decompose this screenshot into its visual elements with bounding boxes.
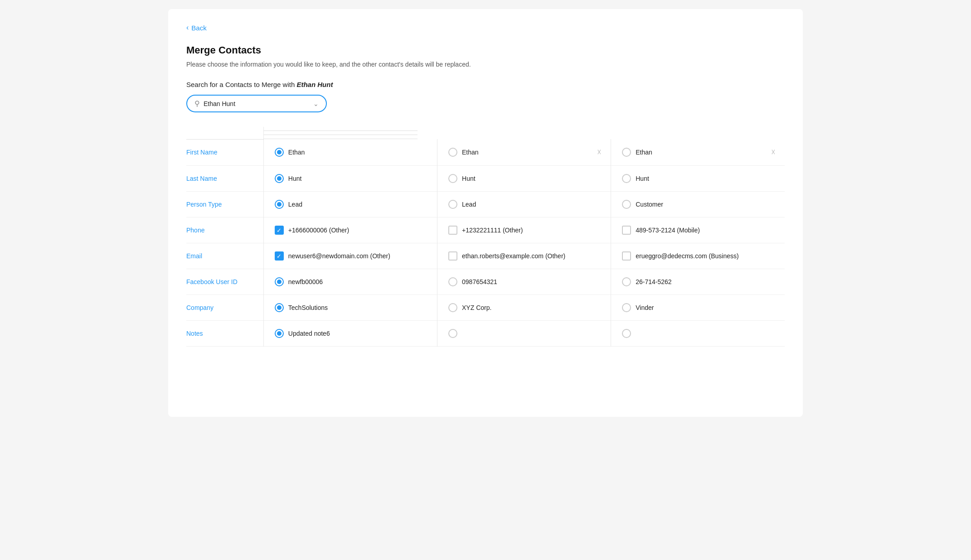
field-row-col2: Hunt: [448, 174, 605, 183]
radio-col2-0[interactable]: [448, 148, 457, 157]
field-label-email: Email: [186, 243, 263, 269]
checkbox-col2-4[interactable]: [448, 251, 457, 261]
table-row: First NameEthanEthan☓Ethan☓: [186, 139, 785, 166]
checkbox-col3-3[interactable]: [622, 226, 631, 235]
field-value-col1-6: TechSolutions: [288, 304, 328, 311]
back-link[interactable]: ‹ Back: [186, 24, 785, 32]
field-value-col2-3: +1232221111 (Other): [462, 227, 523, 234]
radio-col1-6[interactable]: [275, 303, 284, 312]
field-value-col3-0: Ethan: [636, 149, 652, 156]
field-value-col3-3: 489-573-2124 (Mobile): [636, 227, 700, 234]
radio-col1-2[interactable]: [275, 200, 284, 209]
field-value-col3-4: erueggro@dedecms.com (Business): [636, 252, 738, 260]
field-value-col2-5: 0987654321: [462, 278, 497, 285]
field-row-col2: 0987654321: [448, 277, 605, 286]
table-row: NotesUpdated note6: [186, 321, 785, 347]
field-row-col2: [448, 329, 605, 338]
radio-col3-0[interactable]: [622, 148, 631, 157]
field-value-col1-4: newuser6@newdomain.com (Other): [288, 252, 390, 260]
field-row-col2: Ethan☓: [448, 147, 605, 157]
label-col-header: [186, 127, 263, 139]
dropdown-icon[interactable]: ⌄: [313, 100, 319, 107]
close-icon-col2-0[interactable]: ☓: [597, 147, 602, 157]
field-value-col3-2: Customer: [636, 201, 663, 208]
back-label: Back: [191, 24, 206, 32]
field-label-person-type: Person Type: [186, 192, 263, 217]
field-value-col3-1: Hunt: [636, 175, 649, 182]
field-value-col3-6: Vinder: [636, 304, 654, 311]
radio-col3-5[interactable]: [622, 277, 631, 286]
field-value-col1-0: Ethan: [288, 149, 305, 156]
radio-col1-1[interactable]: [275, 174, 284, 183]
table-row: Person TypeLeadLeadCustomer: [186, 192, 785, 217]
radio-col3-1[interactable]: [622, 174, 631, 183]
col3-header: [263, 135, 418, 139]
field-row-col2: ethan.roberts@example.com (Other): [448, 251, 605, 261]
col1-header: [263, 127, 418, 131]
checkbox-col1-3[interactable]: ✓: [275, 226, 284, 235]
radio-col1-5[interactable]: [275, 277, 284, 286]
table-row: Last NameHuntHuntHunt: [186, 166, 785, 192]
field-value-col2-6: XYZ Corp.: [462, 304, 491, 311]
radio-col2-7[interactable]: [448, 329, 457, 338]
radio-col2-6[interactable]: [448, 303, 457, 312]
radio-col3-7[interactable]: [622, 329, 631, 338]
close-icon-col3-0[interactable]: ☓: [771, 147, 776, 157]
field-value-col1-2: Lead: [288, 201, 302, 208]
field-row-col3: 26-714-5262: [622, 277, 779, 286]
field-row-col3: erueggro@dedecms.com (Business): [622, 251, 779, 261]
radio-col3-2[interactable]: [622, 200, 631, 209]
checkbox-col1-4[interactable]: ✓: [275, 251, 284, 261]
field-row-col1: ✓newuser6@newdomain.com (Other): [275, 251, 432, 261]
field-row-col3: Hunt: [622, 174, 779, 183]
field-row-col2: XYZ Corp.: [448, 303, 605, 312]
radio-col2-2[interactable]: [448, 200, 457, 209]
field-value-col1-5: newfb00006: [288, 278, 323, 285]
field-row-col1: Updated note6: [275, 329, 432, 338]
field-row-col1: newfb00006: [275, 277, 432, 286]
back-chevron-icon: ‹: [186, 24, 189, 32]
table-row: Email✓newuser6@newdomain.com (Other)etha…: [186, 243, 785, 269]
field-row-col1: Lead: [275, 200, 432, 209]
search-icon: ⚲: [194, 99, 200, 108]
field-row-col3: 489-573-2124 (Mobile): [622, 226, 779, 235]
radio-col1-7[interactable]: [275, 329, 284, 338]
field-value-col2-4: ethan.roberts@example.com (Other): [462, 252, 565, 260]
checkbox-col2-3[interactable]: [448, 226, 457, 235]
page-subtitle: Please choose the information you would …: [186, 61, 785, 68]
radio-col1-0[interactable]: [275, 148, 284, 157]
field-row-col3: Ethan☓: [622, 147, 779, 157]
page-container: ‹ Back Merge Contacts Please choose the …: [168, 9, 803, 417]
checkbox-col3-4[interactable]: [622, 251, 631, 261]
search-input[interactable]: [204, 100, 313, 107]
search-label: Search for a Contacts to Merge with Etha…: [186, 81, 785, 88]
field-row-col2: Lead: [448, 200, 605, 209]
table-row: CompanyTechSolutionsXYZ Corp.Vinder: [186, 295, 785, 321]
col2-header: [263, 131, 418, 135]
field-row-col2: +1232221111 (Other): [448, 226, 605, 235]
field-label-first-name: First Name: [186, 139, 263, 166]
field-row-col3: Vinder: [622, 303, 779, 312]
field-row-col1: TechSolutions: [275, 303, 432, 312]
field-value-col2-0: Ethan: [462, 149, 479, 156]
field-label-phone: Phone: [186, 217, 263, 243]
field-row-col1: Ethan: [275, 148, 432, 157]
merge-table: First NameEthanEthan☓Ethan☓Last NameHunt…: [186, 127, 785, 347]
field-value-col2-2: Lead: [462, 201, 476, 208]
field-value-col1-3: +1666000006 (Other): [288, 227, 349, 234]
page-title: Merge Contacts: [186, 44, 785, 56]
field-label-company: Company: [186, 295, 263, 321]
radio-col2-5[interactable]: [448, 277, 457, 286]
field-row-col3: Customer: [622, 200, 779, 209]
radio-col3-6[interactable]: [622, 303, 631, 312]
radio-col2-1[interactable]: [448, 174, 457, 183]
field-label-notes: Notes: [186, 321, 263, 347]
field-row-col1: ✓+1666000006 (Other): [275, 226, 432, 235]
field-value-col1-7: Updated note6: [288, 330, 330, 337]
search-contact-name: Ethan Hunt: [296, 81, 333, 88]
search-box[interactable]: ⚲ ⌄: [186, 95, 327, 112]
field-value-col2-1: Hunt: [462, 175, 476, 182]
field-row-col3: [622, 329, 779, 338]
field-value-col1-1: Hunt: [288, 175, 302, 182]
field-label-last-name: Last Name: [186, 166, 263, 192]
